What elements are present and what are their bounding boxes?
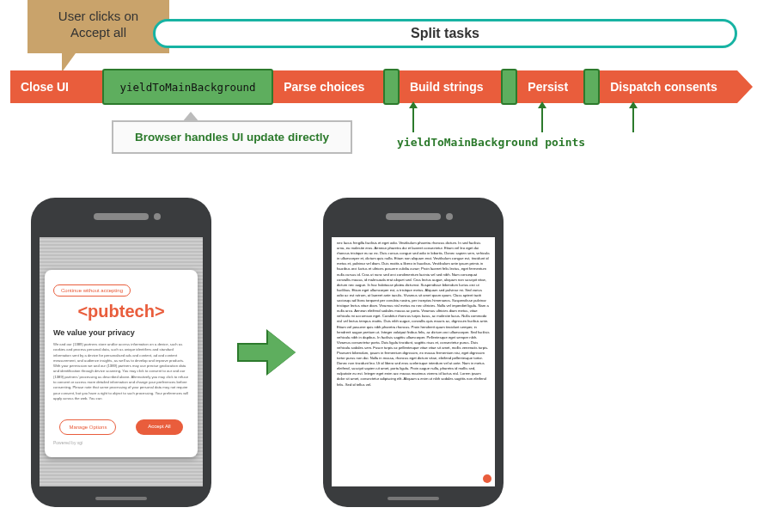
yield-points-label: yieldToMainBackground points (397, 136, 585, 149)
yield-tick-1 (383, 69, 400, 105)
phone-after: nec lacus fringilla facilisis et eget od… (323, 198, 504, 507)
yield-tick-2 (501, 69, 517, 105)
phone-before-screen: Continue without accepting <pubtech> We … (40, 237, 203, 486)
timeline-arrowhead-icon (737, 70, 753, 103)
accept-all-button[interactable]: Accept All (136, 419, 182, 435)
yield-arrow-3-icon (632, 107, 634, 132)
modal-body: We and our (1389) partners store and/or … (53, 342, 189, 411)
transition-arrow-icon (237, 333, 297, 372)
yield-main-box: yieldToMainBackground (102, 69, 273, 105)
home-indicator-icon (95, 497, 147, 500)
segment-dispatch: Dispatch consents (600, 70, 737, 103)
segment-build: Build strings (400, 70, 501, 103)
pubtech-logo: <pubtech> (53, 302, 189, 321)
phone-after-screen: nec lacus fringilla facilisis et eget od… (332, 237, 495, 486)
segment-close-ui: Close UI (10, 70, 102, 103)
fab-icon[interactable] (483, 474, 491, 483)
modal-title: We value your privacy (53, 328, 189, 337)
manage-options-button[interactable]: Manage Options (59, 419, 116, 435)
powered-by: Powered by xgi (53, 440, 189, 445)
phone-comparison: Continue without accepting <pubtech> We … (31, 198, 504, 507)
phone-before: Continue without accepting <pubtech> We … (31, 198, 211, 507)
segment-persist: Persist (517, 70, 583, 103)
segment-parse: Parse choices (273, 70, 383, 103)
split-tasks-label: Split tasks (153, 19, 737, 48)
yield-tick-3 (583, 69, 600, 105)
page-content-text: nec lacus fringilla facilisis et eget od… (332, 237, 495, 391)
yield-arrow-2-icon (541, 107, 543, 132)
timeline: Close UI yieldToMainBackground Parse cho… (10, 70, 753, 103)
continue-without-button[interactable]: Continue without accepting (53, 284, 131, 297)
user-click-callout: User clicks on Accept all (27, 0, 169, 53)
browser-handles-note: Browser handles UI update directly (112, 120, 352, 154)
home-indicator-icon (388, 497, 439, 500)
cookie-modal: Continue without accepting <pubtech> We … (45, 270, 198, 457)
yield-arrow-1-icon (412, 107, 414, 132)
